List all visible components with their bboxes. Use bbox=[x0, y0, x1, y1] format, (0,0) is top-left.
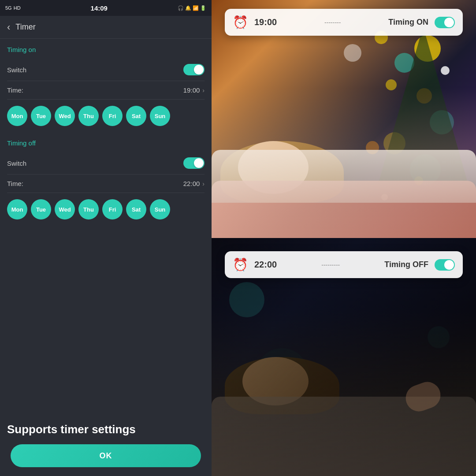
notification-top-toggle bbox=[435, 17, 455, 28]
supports-text-area: Supports timer settings bbox=[7, 423, 205, 436]
day-tue-off[interactable]: Tue bbox=[31, 199, 51, 219]
day-thu-on[interactable]: Thu bbox=[78, 106, 99, 126]
day-fri-on[interactable]: Fri bbox=[102, 106, 123, 126]
top-scene: ⏰ 19:00 -------- Timing ON bbox=[212, 0, 476, 238]
phone-ui-panel: 5G HD 14:09 🎧 🔔 📶 🔋 ‹ Timer Timing on Sw… bbox=[0, 0, 212, 476]
timing-on-switch-row: Switch bbox=[7, 59, 205, 81]
day-sat-off[interactable]: Sat bbox=[126, 199, 146, 219]
timing-off-switch-label: Switch bbox=[7, 160, 26, 167]
status-bar: 5G HD 14:09 🎧 🔔 📶 🔋 bbox=[0, 0, 212, 16]
notification-bottom-time: 22:00 bbox=[254, 260, 277, 270]
ok-button[interactable]: OK bbox=[11, 444, 201, 467]
timing-on-notification: ⏰ 19:00 -------- Timing ON bbox=[225, 9, 463, 36]
timing-on-time-label: Time: bbox=[7, 86, 23, 94]
child-sleeping-bottom bbox=[212, 309, 476, 476]
day-wed-on[interactable]: Wed bbox=[55, 106, 75, 126]
header: ‹ Timer bbox=[0, 16, 212, 39]
timing-off-time-row[interactable]: Time: 22:00 › bbox=[7, 175, 205, 193]
timing-off-chevron-icon: › bbox=[202, 180, 205, 187]
bluetooth-icon: 🎧 bbox=[178, 5, 184, 11]
timing-on-time-row[interactable]: Time: 19:00 › bbox=[7, 81, 205, 100]
timing-on-time-value[interactable]: 19:00 › bbox=[183, 86, 205, 94]
timing-off-toggle[interactable] bbox=[183, 157, 205, 169]
clock-icon-bottom: ⏰ bbox=[233, 257, 248, 272]
day-mon-off[interactable]: Mon bbox=[7, 199, 27, 219]
supports-timer-text: Supports timer settings bbox=[7, 423, 205, 436]
content-area: Timing on Switch Time: 19:00 › Mon Tue W… bbox=[0, 39, 212, 476]
child-sleeping-top bbox=[212, 115, 476, 238]
bottom-scene: ⏰ 22:00 --------- Timing OFF bbox=[212, 238, 476, 476]
day-wed-off[interactable]: Wed bbox=[55, 199, 75, 219]
status-signal: 5G HD bbox=[5, 5, 21, 11]
status-icons: 🎧 🔔 📶 🔋 bbox=[178, 5, 206, 11]
notification-top-label: Timing ON bbox=[388, 18, 428, 27]
notification-bottom-toggle bbox=[435, 259, 455, 271]
notification-top-time: 19:00 bbox=[254, 17, 277, 27]
timing-off-label: Timing off bbox=[7, 139, 205, 147]
notification-top-dashes: -------- bbox=[283, 19, 382, 26]
day-fri-off[interactable]: Fri bbox=[102, 199, 123, 219]
page-title: Timer bbox=[15, 22, 35, 32]
day-sun-on[interactable]: Sun bbox=[150, 106, 170, 126]
day-thu-off[interactable]: Thu bbox=[78, 199, 99, 219]
battery-icon: 🔋 bbox=[200, 5, 206, 11]
timing-on-switch-label: Switch bbox=[7, 66, 26, 74]
notification-bottom-label: Timing OFF bbox=[384, 260, 428, 269]
notification-bottom-dashes: --------- bbox=[283, 261, 378, 268]
timing-on-toggle[interactable] bbox=[183, 64, 205, 75]
status-time: 14:09 bbox=[91, 4, 108, 12]
timing-off-days: Mon Tue Wed Thu Fri Sat Sun bbox=[7, 193, 205, 226]
day-mon-on[interactable]: Mon bbox=[7, 106, 27, 126]
back-button[interactable]: ‹ bbox=[7, 22, 10, 33]
day-sat-on[interactable]: Sat bbox=[126, 106, 146, 126]
day-sun-off[interactable]: Sun bbox=[150, 199, 170, 219]
timing-on-days: Mon Tue Wed Thu Fri Sat Sun bbox=[7, 100, 205, 132]
clock-icon-top: ⏰ bbox=[233, 15, 248, 30]
day-tue-on[interactable]: Tue bbox=[31, 106, 51, 126]
timing-on-label: Timing on bbox=[7, 46, 205, 53]
timing-on-chevron-icon: › bbox=[202, 87, 205, 94]
timing-off-time-value[interactable]: 22:00 › bbox=[183, 180, 205, 187]
timing-off-time-label: Time: bbox=[7, 180, 23, 187]
timing-off-switch-row: Switch bbox=[7, 152, 205, 175]
wifi-icon: 📶 bbox=[193, 5, 199, 11]
timing-off-notification: ⏰ 22:00 --------- Timing OFF bbox=[225, 251, 463, 278]
right-panel: ⏰ 19:00 -------- Timing ON ⏰ 22:0 bbox=[212, 0, 476, 476]
notification-icon: 🔔 bbox=[185, 5, 191, 11]
